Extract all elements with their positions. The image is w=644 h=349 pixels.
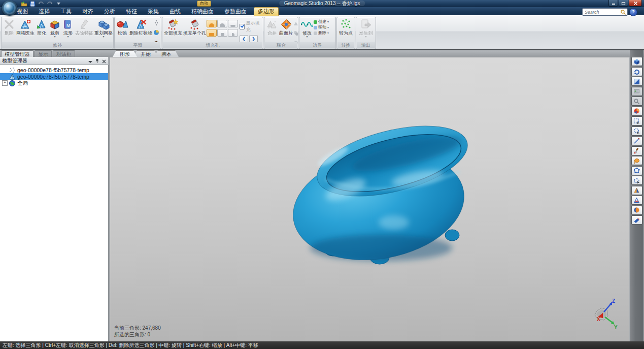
select-visible-only-button[interactable] [631,186,642,195]
select-paintbrush-button[interactable] [631,146,642,155]
mesh-doctor-button[interactable]: 网格医生 [16,18,35,36]
qat-customize-button[interactable] [55,1,62,7]
save-button[interactable] [29,1,36,7]
show-fill-checkbox-row: 显示填充 [240,20,262,33]
defeature-button[interactable]: 去除特征 [75,18,94,36]
tab-analysis[interactable]: 分析 [100,7,119,15]
select-custom-area-button[interactable] [631,176,642,185]
restore-button[interactable] [619,0,628,7]
convert-to-points-button[interactable]: 转为点 [338,18,353,36]
close-icon [633,1,638,6]
contextual-tab-tag[interactable]: 自动 [197,1,211,7]
tab-script[interactable]: 脚本 [154,50,179,57]
select-line-button[interactable] [631,136,642,145]
select-through-button[interactable] [631,196,642,205]
datum-display-button[interactable] [631,87,642,96]
panel-menu-dropdown-icon[interactable] [88,56,92,66]
search-box[interactable] [582,8,628,16]
expand-icon[interactable]: + [2,80,8,86]
remove-spikes-button[interactable]: 删除钉状物 [129,18,153,36]
delete-boundary-button[interactable]: 删除 [314,30,329,36]
save-icon [29,1,36,7]
minimize-button[interactable] [608,0,618,7]
shaded-view-button[interactable] [631,77,642,86]
fill-curvature-toggle[interactable] [207,20,217,27]
close-button[interactable] [629,0,642,7]
relax-button[interactable]: 松弛 [116,18,129,36]
select-lasso-button[interactable] [631,156,642,165]
fill-all-button[interactable]: 全部填充 [163,18,183,36]
remesh-button[interactable]: 重划网格 [94,18,113,39]
make-manifold-button[interactable]: M 流形 [61,18,75,39]
tab-display[interactable]: 显示 [35,50,52,57]
deselect-redraw-button[interactable] [631,215,642,225]
tab-align[interactable]: 对齐 [79,7,97,15]
tree-item-global[interactable]: + 全局 [0,80,108,86]
tab-curves[interactable]: 曲线 [166,7,184,15]
select-backfaces-button[interactable] [631,206,642,215]
trim-cube-icon [49,18,61,30]
tab-polygons-active[interactable]: 多边形 [254,7,279,16]
axis-triad[interactable]: Z Y X [591,298,620,330]
fill-single-hole-button[interactable]: 填充单个孔 [183,18,207,36]
select-line-icon [633,138,640,144]
undo-button[interactable] [38,1,45,7]
panel-pin-icon[interactable] [95,56,99,66]
statistics-pie-button[interactable] [631,107,642,116]
fill-flat-toggle[interactable] [228,20,238,27]
model-tree: geo-00000e78-f5b75778-temp geo-00000e78-… [0,65,109,341]
view-select-toolbar [630,50,643,341]
move-boundary-button[interactable]: 移动 [314,25,329,30]
create-boundary-button[interactable]: 创建 [314,19,329,24]
fill-partial-toggle[interactable] [217,29,227,37]
tab-tools[interactable]: 工具 [57,7,75,15]
select-polygon-button[interactable] [631,166,642,175]
show-fill-checkbox[interactable] [240,24,245,29]
tab-graphics[interactable]: 图形 [113,50,137,57]
send-to-button[interactable]: 发生到 [359,18,374,39]
tree-item-points[interactable]: geo-00000e78-f5b75778-temp [0,67,108,73]
simplify-button[interactable]: 简化 [35,18,48,36]
fill-bridge-toggle[interactable] [228,29,238,37]
previous-hole-button[interactable]: ❮ [240,35,248,43]
modify-boundary-button[interactable]: 修改 [300,18,314,39]
select-ellipse-button[interactable] [631,126,642,136]
search-input[interactable] [583,9,620,15]
tab-dialog[interactable]: 对话框 [53,50,75,57]
surface-patch-button[interactable]: 曲面片 [279,18,293,36]
model-bowl-mesh[interactable] [285,118,478,271]
tab-exact-surfaces[interactable]: 精确曲面 [188,7,217,15]
fill-complete-toggle[interactable] [207,29,217,37]
merge-button[interactable]: 合并 [265,18,279,36]
open-button[interactable] [20,1,27,7]
ribbon: 删除 网格医生 简化 裁剪 M 流形 [0,15,644,50]
delete-button[interactable]: 删除 [3,18,16,36]
select-ellipse-icon [633,128,640,134]
tab-parametric-surfaces[interactable]: 参数曲面 [221,7,250,15]
redo-button[interactable] [46,1,53,7]
surface-patch-icon [280,18,292,30]
next-hole-button[interactable]: ❯ [249,35,258,43]
remove-spikes-icon [135,18,147,30]
help-button[interactable]: ? [629,8,637,16]
tab-capture[interactable]: 采集 [144,7,162,15]
tab-features[interactable]: 特征 [122,7,141,15]
combine-small-icon-1[interactable] [293,19,299,28]
app-logo[interactable] [2,1,17,16]
sandpaper-icon-button[interactable] [153,28,159,38]
tab-start[interactable]: 开始 [133,50,158,57]
trim-button[interactable]: 裁剪 [48,18,61,39]
combine-small-icon-2[interactable] [293,28,299,38]
tab-model-manager[interactable]: 模型管理器 [1,50,33,57]
rotate-view-button[interactable] [631,67,642,76]
select-rectangle-button[interactable] [631,116,642,125]
tree-item-mesh-selected[interactable]: geo-00000e78-f5b75778-temp [0,73,108,80]
axis-x-label: X [597,316,600,322]
panel-close-icon[interactable] [102,56,106,66]
view-orient-cube-button[interactable] [631,57,642,66]
fill-tangent-toggle[interactable] [217,20,227,27]
zoom-window-button[interactable] [631,97,642,106]
viewport-3d[interactable]: 当前三角形: 247,680 所选的三角形: 0 Z Y X [110,57,629,341]
smooth-pins-icon-button[interactable] [153,19,159,28]
tab-select[interactable]: 选择 [35,7,53,15]
